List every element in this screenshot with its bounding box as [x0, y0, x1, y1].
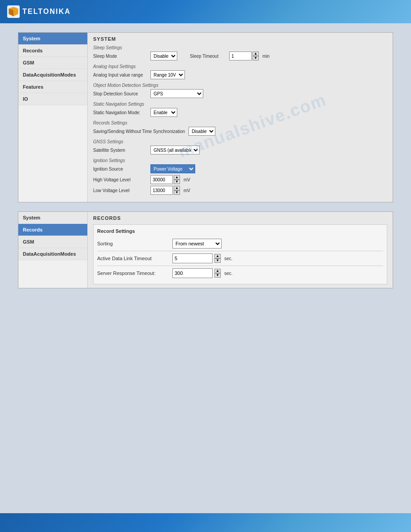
ignition-high-label: High Voltage Level [93, 177, 147, 182]
sidebar-item-gsm-1[interactable]: GSM [18, 57, 87, 69]
sleep-section-label: Sleep Settings [93, 45, 387, 50]
system-panel-wrapper: System Records GSM DataAcquisitionModes … [18, 32, 393, 202]
ignition-high-up[interactable]: ▲ [174, 175, 180, 180]
sleep-timeout-input[interactable] [229, 51, 252, 60]
server-timeout-up[interactable]: ▲ [214, 269, 221, 273]
records-panel-wrapper: System Records GSM DataAcquisitionModes … [18, 211, 393, 288]
ignition-high-spinner: ▲ ▼ [150, 175, 180, 184]
server-timeout-control: ▲ ▼ sec. [172, 268, 232, 278]
sidebar-item-records-1[interactable]: Records [18, 45, 87, 57]
gnss-section-label: GNSS Settings [93, 139, 387, 144]
analog-range-row: Analog Input value range Range 10V Range… [93, 70, 387, 79]
server-timeout-label: Server Response Timeout: [97, 270, 169, 276]
ignition-low-down[interactable]: ▼ [174, 190, 180, 195]
server-timeout-unit: sec. [224, 271, 232, 276]
static-nav-label: Static Navigation Settings [93, 102, 387, 107]
records-section-label: Records Settings [93, 120, 387, 125]
sleep-timeout-up[interactable]: ▲ [253, 51, 259, 56]
sorting-select[interactable]: From newest From oldest [172, 239, 222, 249]
analog-section-label: Analog Input Settings [93, 64, 387, 69]
sorting-label: Sorting [97, 241, 169, 246]
analog-range-select[interactable]: Range 10V Range 30V [150, 70, 185, 79]
sleep-settings-section: Sleep Settings Sleep Mode Disable Enable… [93, 45, 387, 60]
sidebar-item-io-1[interactable]: IO [18, 93, 87, 105]
static-nav-mode-select[interactable]: Enable Disable [150, 108, 177, 117]
ignition-low-row: Low Voltage Level ▲ ▼ mV [93, 186, 387, 195]
motion-source-row: Stop Detection Source GPS Accelerometer … [93, 89, 387, 98]
active-timeout-btns: ▲ ▼ [214, 254, 221, 263]
ignition-low-btns: ▲ ▼ [174, 186, 180, 195]
sidebar-item-system-1[interactable]: System [18, 33, 87, 45]
ignition-high-btns: ▲ ▼ [174, 175, 180, 184]
active-timeout-input[interactable] [172, 253, 213, 263]
sorting-row: Sorting From newest From oldest [97, 236, 383, 251]
sleep-timeout-spinner: ▲ ▼ [229, 51, 259, 60]
static-nav-mode-row: Static Navigation Mode: Enable Disable [93, 108, 387, 117]
sidebar-item-records-2[interactable]: Records [18, 224, 87, 236]
sidebar-item-dam-1[interactable]: DataAcquisitionModes [18, 69, 87, 81]
active-timeout-down[interactable]: ▼ [214, 258, 221, 263]
sidebar-item-gsm-2[interactable]: GSM [18, 236, 87, 248]
sleep-timeout-unit: min [262, 54, 270, 59]
server-timeout-row: Server Response Timeout: ▲ ▼ sec. [97, 266, 383, 280]
server-timeout-down[interactable]: ▼ [214, 273, 221, 278]
motion-source-select[interactable]: GPS Accelerometer GPS+Accelerometer [150, 89, 203, 98]
sleep-mode-row: Sleep Mode Disable Enable Sleep Timeout … [93, 51, 387, 60]
analog-settings-section: Analog Input Settings Analog Input value… [93, 64, 387, 79]
active-timeout-control: ▲ ▼ sec. [172, 253, 232, 263]
system-sidebar: System Records GSM DataAcquisitionModes … [18, 33, 88, 202]
sleep-timeout-label: Sleep Timeout [190, 54, 226, 59]
motion-section-label: Object Motion Detection Settings [93, 83, 387, 88]
footer [0, 513, 411, 532]
motion-settings-section: Object Motion Detection Settings Stop De… [93, 83, 387, 98]
main-content: System Records GSM DataAcquisitionModes … [0, 23, 411, 513]
header: TELTONIKA [0, 0, 411, 23]
logo: TELTONIKA [7, 5, 71, 18]
sorting-control: From newest From oldest [172, 239, 222, 249]
records-content-panel: RECORDS Record Settings Sorting From new… [88, 212, 393, 288]
active-timeout-up[interactable]: ▲ [214, 254, 221, 258]
motion-source-label: Stop Detection Source [93, 91, 147, 96]
ignition-section-label: Ignition Settings [93, 158, 387, 163]
sidebar-item-system-2[interactable]: System [18, 212, 87, 224]
ignition-low-spinner: ▲ ▼ [150, 186, 180, 195]
records-saving-row: Saving/Sending Without Time Synchronizat… [93, 127, 387, 136]
ignition-settings-section: Ignition Settings Ignition Source Power … [93, 158, 387, 195]
server-timeout-input[interactable] [172, 268, 213, 278]
system-panel-title: SYSTEM [93, 36, 387, 42]
system-content-panel: SYSTEM Sleep Settings Sleep Mode Disable… [88, 33, 393, 202]
sleep-mode-select[interactable]: Disable Enable [150, 51, 177, 60]
ignition-source-row: Ignition Source Power Voltage Accelerome… [93, 164, 387, 173]
sidebar-item-dam-2[interactable]: DataAcquisitionModes [18, 248, 87, 260]
teltonika-logo-icon [7, 5, 20, 18]
active-timeout-row: Active Data Link Timeout ▲ ▼ sec. [97, 251, 383, 266]
records-panel-container: System Records GSM DataAcquisitionModes … [18, 211, 393, 288]
sleep-mode-label: Sleep Mode [93, 54, 147, 59]
server-timeout-btns: ▲ ▼ [214, 269, 221, 278]
active-timeout-label: Active Data Link Timeout [97, 256, 169, 261]
static-nav-section: Static Navigation Settings Static Naviga… [93, 102, 387, 117]
records-settings-section: Records Settings Saving/Sending Without … [93, 120, 387, 136]
ignition-source-select[interactable]: Power Voltage Accelerometer DIN1 [150, 164, 195, 173]
logo-text: TELTONIKA [22, 8, 71, 16]
records-saving-select[interactable]: Disable Enable [188, 127, 215, 136]
ignition-low-unit: mV [184, 188, 190, 193]
system-panel-container: System Records GSM DataAcquisitionModes … [18, 32, 393, 202]
analog-range-label: Analog Input value range [93, 73, 147, 77]
ignition-high-row: High Voltage Level ▲ ▼ mV [93, 175, 387, 184]
sleep-timeout-down[interactable]: ▼ [253, 56, 259, 60]
ignition-high-unit: mV [184, 177, 190, 182]
record-settings-title: Record Settings [97, 228, 383, 234]
ignition-low-up[interactable]: ▲ [174, 186, 180, 190]
records-sidebar: System Records GSM DataAcquisitionModes [18, 212, 88, 288]
active-timeout-unit: sec. [224, 256, 232, 261]
gnss-satellite-row: Satellite System GNSS (all available) GP… [93, 146, 387, 154]
ignition-low-label: Low Voltage Level [93, 188, 147, 193]
ignition-low-input[interactable] [150, 186, 173, 195]
records-saving-label: Saving/Sending Without Time Synchronizat… [93, 129, 185, 134]
ignition-source-label: Ignition Source [93, 167, 147, 172]
gnss-satellite-select[interactable]: GNSS (all available) GPS only GLONASS on… [150, 146, 200, 154]
ignition-high-down[interactable]: ▼ [174, 180, 180, 184]
ignition-high-input[interactable] [150, 175, 173, 184]
sidebar-item-features-1[interactable]: Features [18, 81, 87, 93]
